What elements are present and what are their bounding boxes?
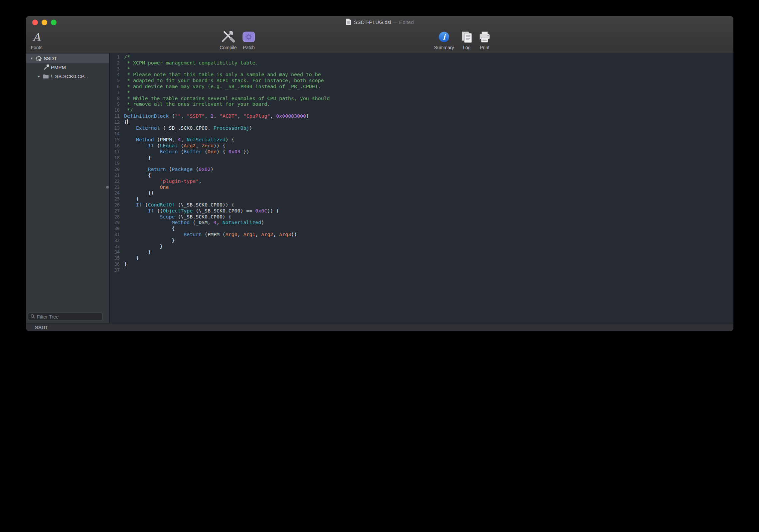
close-button[interactable]	[32, 20, 38, 25]
code-text: * XCPM power management compatibility ta…	[124, 60, 258, 66]
code-text: Return (Package (0x02)	[124, 167, 214, 173]
code-line[interactable]: 24 })	[110, 190, 733, 196]
code-line[interactable]: 30 {	[110, 226, 733, 232]
code-line[interactable]: 1/*	[110, 54, 733, 60]
code-line[interactable]: 13 External (_SB_.SCK0.CP00, ProcessorOb…	[110, 125, 733, 131]
code-token: Arg1	[243, 231, 255, 237]
printer-icon	[478, 29, 491, 45]
code-line[interactable]: 14	[110, 131, 733, 137]
line-number: 36	[110, 261, 120, 267]
code-token: Return	[160, 149, 178, 155]
line-number: 22	[110, 179, 120, 185]
code-token: (	[166, 166, 172, 172]
code-line[interactable]: 2 * XCPM power management compatibility …	[110, 60, 733, 66]
zoom-button[interactable]	[51, 20, 57, 25]
code-token: ""	[175, 113, 181, 119]
code-token: ,	[199, 178, 202, 184]
line-number: 10	[110, 107, 120, 113]
fonts-button[interactable]: A Fonts	[31, 29, 42, 50]
code-line[interactable]: 5 * adapted to fit your board's ACPI sta…	[110, 78, 733, 84]
minimize-button[interactable]	[42, 20, 47, 25]
line-number: 24	[110, 190, 120, 196]
splitter-handle[interactable]	[106, 186, 109, 189]
code-line[interactable]: 35 }	[110, 255, 733, 261]
code-token: "SSDT"	[187, 113, 205, 119]
code-line[interactable]: 32 }	[110, 238, 733, 244]
code-text: {	[124, 119, 128, 125]
code-line[interactable]: 21 {	[110, 173, 733, 179]
document-proxy-icon[interactable]	[346, 18, 351, 27]
code-token: Package	[172, 166, 193, 172]
tree-item-label: SSDT	[44, 56, 57, 61]
summary-button[interactable]: i Summary	[434, 29, 454, 50]
code-line[interactable]: 7 *	[110, 90, 733, 96]
house-icon	[35, 56, 43, 61]
code-text: }	[124, 155, 151, 161]
code-line[interactable]: 33 }	[110, 244, 733, 250]
sidebar-item-ssdt[interactable]: ▾SSDT	[26, 54, 109, 63]
code-editor[interactable]: 1/*2 * XCPM power management compatibili…	[110, 53, 733, 323]
code-line[interactable]: 3 *	[110, 66, 733, 72]
code-text: }	[124, 255, 139, 261]
line-number: 9	[110, 101, 120, 107]
code-token: */	[124, 107, 133, 113]
summary-label: Summary	[434, 45, 454, 50]
code-line[interactable]: 8 * While the table contains several exa…	[110, 96, 733, 102]
code-line[interactable]: 11DefinitionBlock ("", "SSDT", 2, "ACDT"…	[110, 113, 733, 119]
edited-indicator: — Edited	[392, 19, 414, 25]
code-text: If (CondRefOf (\_SB.SCK0.CP00)) {	[124, 202, 234, 208]
code-token: })	[240, 149, 249, 155]
status-path: SSDT	[35, 325, 48, 330]
code-line[interactable]: 4 * Please note that this table is only …	[110, 72, 733, 78]
code-token: ,	[196, 143, 202, 149]
code-line[interactable]: 29 Method (_DSM, 4, NotSerialized)	[110, 220, 733, 226]
code-line[interactable]: 34 }	[110, 249, 733, 255]
code-line[interactable]: 28 Scope (\_SB.SCK0.CP00) {	[110, 214, 733, 220]
code-line[interactable]: 17 Return (Buffer (One) { 0x03 })	[110, 149, 733, 155]
code-line[interactable]: 23 One	[110, 185, 733, 191]
log-documents-icon	[460, 29, 473, 45]
code-line[interactable]: 18 }	[110, 155, 733, 161]
compile-button[interactable]: Compile	[220, 29, 236, 50]
patch-button[interactable]: Patch	[242, 29, 255, 50]
code-line[interactable]: 10 */	[110, 107, 733, 113]
code-token: }	[124, 255, 139, 261]
print-button[interactable]: Print	[478, 29, 491, 50]
disclosure-triangle-icon[interactable]: ▾	[29, 56, 35, 61]
code-line[interactable]: 16 If (LEqual (Arg2, Zero)) {	[110, 143, 733, 149]
code-line[interactable]: 31 Return (PMPM (Arg0, Arg1, Arg2, Arg3)…	[110, 232, 733, 238]
code-token: One	[160, 184, 169, 190]
code-line[interactable]: 25 }	[110, 196, 733, 202]
code-line[interactable]: 12{	[110, 119, 733, 125]
code-line[interactable]: 37	[110, 267, 733, 273]
line-number: 6	[110, 84, 120, 90]
code-text: * Please note that this table is only a …	[124, 72, 321, 78]
code-line[interactable]: 20 Return (Package (0x02)	[110, 167, 733, 173]
sidebar-item-sb-sck0-cp[interactable]: ▸\_SB.SCK0.CP...	[26, 72, 109, 81]
code-token	[124, 178, 160, 184]
code-line[interactable]: 9 * remove all the ones irrelevant for y…	[110, 101, 733, 107]
code-token: * While the table contains several examp…	[124, 95, 330, 101]
line-number: 35	[110, 255, 120, 261]
code-token: }	[124, 243, 163, 249]
line-number: 8	[110, 96, 120, 102]
code-token	[124, 184, 160, 190]
code-token: (	[202, 149, 208, 155]
code-line[interactable]: 22 "plugin-type",	[110, 179, 733, 185]
code-line[interactable]: 26 If (CondRefOf (\_SB.SCK0.CP00)) {	[110, 202, 733, 208]
log-button[interactable]: Log	[460, 29, 473, 50]
code-line[interactable]: 15 Method (PMPM, 4, NotSerialized) {	[110, 137, 733, 143]
disclosure-triangle-icon[interactable]: ▸	[36, 74, 42, 78]
code-line[interactable]: 36}	[110, 261, 733, 267]
fonts-icon: A	[33, 31, 40, 43]
code-line[interactable]: 19	[110, 161, 733, 167]
content-area: ▾SSDTPMPM▸\_SB.SCK0.CP... 1/*2 * XCPM po…	[26, 53, 733, 323]
code-token: {	[124, 119, 127, 125]
sidebar-item-pmpm[interactable]: PMPM	[26, 63, 109, 72]
code-token: (\_SB.SCK0.CP00)) {	[175, 202, 234, 208]
code-token	[124, 231, 184, 237]
code-token: If	[148, 143, 154, 149]
filter-tree-input[interactable]	[37, 314, 100, 320]
code-line[interactable]: 6 * and device name may vary (e.g. _SB_.…	[110, 84, 733, 90]
code-line[interactable]: 27 If ((ObjectType (\_SB.SCK0.CP00) == 0…	[110, 208, 733, 214]
